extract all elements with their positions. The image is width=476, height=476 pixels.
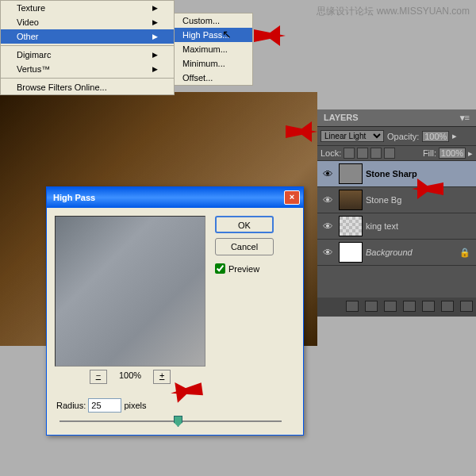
layer-thumbnail[interactable] [339, 216, 363, 236]
panel-menu-icon[interactable]: ▾≡ [460, 113, 470, 123]
menu-texture[interactable]: Texture▶ [1, 1, 174, 15]
preview-thumbnail[interactable] [55, 216, 205, 367]
menu-other[interactable]: Other▶ [1, 29, 174, 44]
other-submenu: Custom... High Pass... Maximum... Minimu… [174, 13, 253, 86]
zoom-level: 100% [119, 370, 141, 380]
lock-all-icon[interactable] [384, 148, 395, 159]
submenu-maximum[interactable]: Maximum... [175, 42, 252, 56]
layer-name[interactable]: Stone Sharp [366, 169, 417, 178]
layer-row-king-text[interactable]: 👁 king text [317, 213, 476, 240]
lock-transparent-icon[interactable] [344, 148, 355, 159]
separator [1, 78, 174, 79]
group-icon[interactable] [422, 301, 435, 312]
visibility-icon[interactable]: 👁 [320, 221, 336, 232]
submenu-highpass[interactable]: High Pass... [175, 28, 252, 42]
layer-thumbnail[interactable] [339, 242, 363, 263]
preview-checkbox[interactable]: Preview [215, 263, 274, 274]
watermark: 思缘设计论坛 www.MISSYUAN.com [317, 5, 470, 18]
fx-icon[interactable] [365, 301, 378, 312]
red-arrow [170, 382, 203, 399]
cancel-button[interactable]: Cancel [215, 238, 274, 255]
layer-thumbnail[interactable] [339, 190, 363, 210]
dialog-title: High Pass [53, 193, 95, 202]
filter-menu: Texture▶ Video▶ Other▶ Digimarc▶ Vertus™… [0, 0, 175, 95]
layer-row-stone-bg[interactable]: 👁 Stone Bg [317, 187, 476, 213]
ok-button[interactable]: OK [215, 216, 274, 233]
menu-digimarc[interactable]: Digimarc▶ [1, 48, 174, 62]
submenu-offset[interactable]: Offset... [175, 71, 252, 85]
opacity-input[interactable]: 100% [422, 131, 449, 142]
lock-position-icon[interactable] [370, 148, 382, 159]
visibility-icon[interactable]: 👁 [320, 247, 336, 259]
close-icon[interactable]: × [284, 190, 300, 205]
fill-input[interactable]: 100% [439, 148, 466, 159]
separator [1, 45, 174, 46]
layer-row-stone-sharp[interactable]: 👁 Stone Sharp [317, 161, 476, 187]
layer-row-background[interactable]: 👁 Background 🔒 [317, 240, 476, 266]
new-layer-icon[interactable] [441, 301, 454, 312]
mask-icon[interactable] [384, 301, 397, 312]
visibility-icon[interactable]: 👁 [320, 168, 336, 180]
layers-panel: LAYERS▾≡ Linear Light Opacity: 100%▸ Loc… [317, 109, 476, 317]
red-arrow [254, 29, 286, 42]
submenu-minimum[interactable]: Minimum... [175, 56, 252, 71]
radius-unit: pixels [124, 401, 146, 410]
menu-browse-online[interactable]: Browse Filters Online... [1, 80, 174, 94]
dialog-titlebar[interactable]: High Pass × [47, 187, 303, 208]
adjustment-icon[interactable] [403, 301, 416, 312]
opacity-label: Opacity: [387, 132, 419, 141]
layer-name[interactable]: Background [366, 248, 413, 257]
layers-panel-title: LAYERS [324, 113, 359, 123]
zoom-in-button[interactable]: + [153, 370, 171, 384]
layer-thumbnail[interactable] [339, 163, 363, 184]
link-layers-icon[interactable] [346, 301, 359, 312]
menu-video[interactable]: Video▶ [1, 15, 174, 29]
layer-name[interactable]: Stone Bg [366, 195, 401, 205]
slider-thumb[interactable] [174, 416, 182, 427]
layer-name[interactable]: king text [366, 221, 398, 231]
radius-label: Radius: [56, 401, 86, 410]
visibility-icon[interactable]: 👁 [320, 194, 336, 206]
layers-footer [317, 298, 476, 317]
red-arrow [412, 182, 443, 195]
radius-slider[interactable] [60, 416, 282, 427]
lock-icon: 🔒 [459, 248, 470, 258]
radius-input[interactable] [88, 398, 121, 413]
blend-mode-select[interactable]: Linear Light [321, 130, 384, 142]
submenu-custom[interactable]: Custom... [175, 13, 252, 28]
lock-label: Lock: [321, 148, 341, 158]
trash-icon[interactable] [460, 301, 473, 312]
zoom-out-button[interactable]: − [90, 370, 107, 384]
lock-pixels-icon[interactable] [357, 148, 368, 159]
cursor-icon: ↖ [222, 28, 232, 40]
fill-label: Fill: [423, 148, 436, 158]
red-arrow [286, 125, 317, 138]
menu-vertus[interactable]: Vertus™▶ [1, 62, 174, 76]
